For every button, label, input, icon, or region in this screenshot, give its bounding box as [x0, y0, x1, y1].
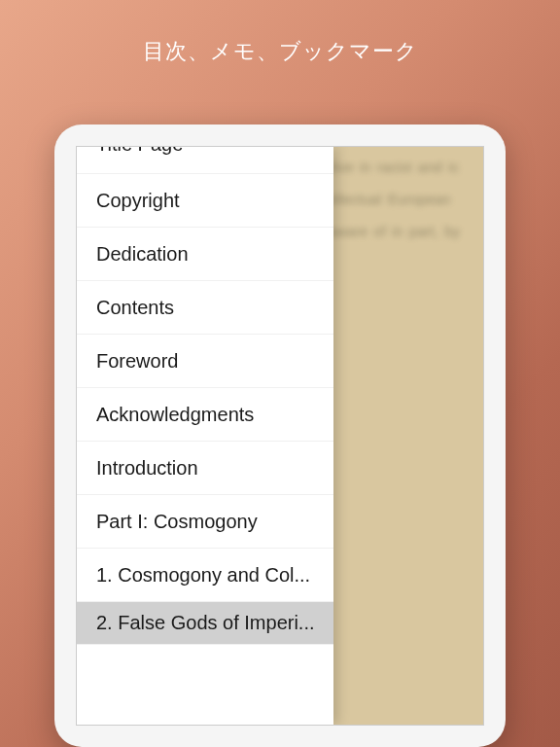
toc-item-chapter-1[interactable]: 1. Cosmogony and Col... [77, 549, 333, 602]
toc-panel: Title Page Copyright Dedication Contents… [77, 147, 333, 725]
toc-item-title-page[interactable]: Title Page [77, 147, 333, 174]
toc-item-label: Introduction [96, 457, 198, 480]
toc-item-label: Foreword [96, 350, 178, 373]
toc-item-label: Acknowledgments [96, 404, 254, 426]
toc-item-acknowledgments[interactable]: Acknowledgments [77, 388, 333, 442]
toc-item-dedication[interactable]: Dedication [77, 228, 333, 281]
page-header: 目次、メモ、ブックマーク [0, 0, 560, 107]
tablet-frame: onrad tics, media, an collective effecti… [54, 124, 506, 747]
toc-item-introduction[interactable]: Introduction [77, 442, 333, 495]
toc-item-label: Contents [96, 297, 174, 319]
toc-item-copyright[interactable]: Copyright [77, 174, 333, 228]
toc-item-label: Dedication [96, 243, 189, 266]
toc-item-label: 2. False Gods of Imperi... [96, 612, 315, 634]
toc-item-label: 1. Cosmogony and Col... [96, 564, 310, 587]
toc-item-label: Title Page [96, 147, 183, 156]
toc-item-label: Copyright [96, 190, 180, 212]
toc-item-chapter-2[interactable]: 2. False Gods of Imperi... [77, 602, 333, 645]
toc-item-part-1[interactable]: Part I: Cosmogony [77, 495, 333, 549]
toc-item-label: Part I: Cosmogony [96, 511, 258, 533]
toc-item-contents[interactable]: Contents [77, 281, 333, 335]
reader-screen: onrad tics, media, an collective effecti… [76, 146, 484, 726]
page-title: 目次、メモ、ブックマーク [143, 37, 418, 66]
toc-item-foreword[interactable]: Foreword [77, 335, 333, 388]
